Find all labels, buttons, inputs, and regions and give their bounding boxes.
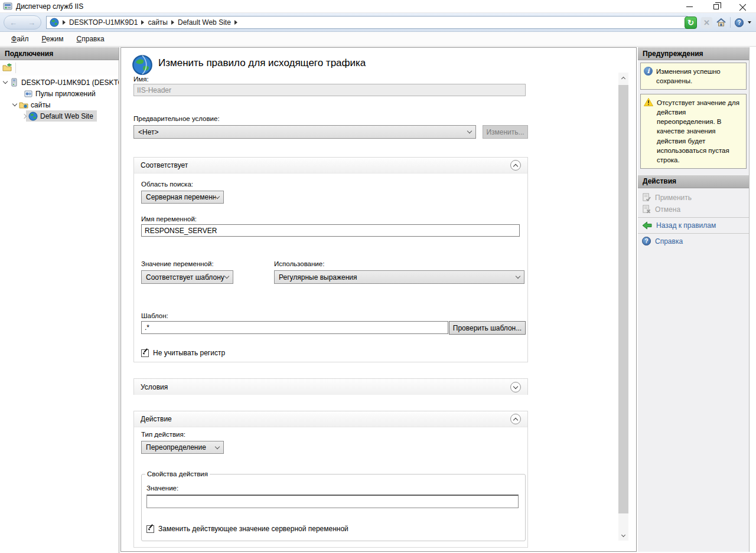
chevron-down-icon: [215, 444, 220, 449]
actions-panel: Предупреждения i Изменения успешно сохра…: [638, 47, 750, 552]
crumb-separator-icon: [141, 20, 144, 25]
tree-item-default-web-site[interactable]: Default Web Site: [0, 110, 119, 122]
collapse-section-button[interactable]: [510, 414, 521, 424]
address-bar: ← → DESKTOP-U1MK9D1 сайты Default Web Si…: [0, 13, 756, 32]
apply-label: Применить: [655, 194, 692, 202]
stop-icon: ✕: [703, 18, 710, 27]
scroll-up-button[interactable]: [618, 73, 628, 83]
alerts-header: Предупреждения: [638, 47, 749, 60]
action-section-header[interactable]: Действие: [134, 411, 527, 427]
chevron-down-icon: [215, 194, 220, 198]
server-icon: [9, 78, 19, 87]
page-globe-icon: [132, 54, 153, 76]
back-to-rules-action[interactable]: Назад к правилам: [638, 220, 749, 231]
site-globe-icon: [28, 112, 38, 121]
match-section-header[interactable]: Соответствует: [134, 158, 527, 174]
expand-section-button[interactable]: [510, 382, 521, 392]
scope-select[interactable]: Серверная переменн: [141, 191, 224, 204]
action-properties-group: Свойства действия Значение: Заменить дей…: [141, 470, 526, 541]
connections-header: Подключения: [0, 47, 119, 60]
variable-value-label: Значение переменной:: [141, 260, 214, 267]
action-type-select[interactable]: Переопределение: [141, 441, 224, 454]
using-select[interactable]: Регулярные выражения: [274, 270, 524, 284]
help-icon: ?: [642, 237, 651, 246]
menu-file[interactable]: Файл: [5, 33, 35, 45]
chevron-down-icon[interactable]: [3, 79, 8, 84]
actions-separator: [638, 217, 749, 218]
chevron-up-icon: [621, 76, 625, 80]
refresh-icon: ↻: [687, 18, 694, 27]
conditions-section-header[interactable]: Условия: [134, 379, 527, 395]
info-alert-text: Изменения успешно сохранены.: [656, 67, 743, 86]
scrollbar-thumb[interactable]: [618, 85, 628, 513]
chevron-down-icon: [224, 274, 229, 279]
menu-view[interactable]: Режим: [35, 33, 70, 45]
chevron-down-icon: [621, 532, 625, 536]
back-to-rules-label: Назад к правилам: [656, 221, 716, 230]
scope-label: Область поиска:: [141, 181, 193, 188]
ignore-case-checkbox[interactable]: Не учитывать регистр: [141, 349, 225, 357]
help-label: Справка: [655, 237, 683, 246]
precondition-select[interactable]: <Нет>: [133, 125, 476, 139]
help-icon: ?: [737, 19, 741, 26]
feature-view: Изменить правило для исходящего трафика …: [120, 47, 637, 552]
close-button[interactable]: [729, 0, 756, 13]
pattern-label: Шаблон:: [141, 312, 168, 319]
cancel-label: Отмена: [655, 205, 680, 214]
tree-item-app-pools[interactable]: Пулы приложений: [0, 88, 119, 99]
title-bar: Диспетчер служб IIS: [0, 0, 756, 13]
connections-toolbar: [0, 60, 119, 76]
crumb-separator-icon: [171, 20, 174, 25]
refresh-button[interactable]: ↻: [685, 17, 697, 29]
forward-icon[interactable]: →: [28, 19, 35, 27]
save-connection-icon[interactable]: [2, 63, 12, 73]
action-value-field[interactable]: [146, 495, 519, 508]
restore-icon: [713, 4, 719, 9]
back-arrow-icon: [642, 221, 652, 230]
crumb-server[interactable]: DESKTOP-U1MK9D1: [69, 18, 138, 27]
action-section-title: Действие: [141, 415, 172, 423]
actions-header: Действия: [638, 175, 749, 188]
scope-value: Серверная переменн: [146, 193, 216, 201]
selected-tree-item: Default Web Site: [26, 110, 97, 122]
match-section-title: Соответствует: [141, 161, 188, 169]
precondition-value: <Нет>: [138, 128, 158, 136]
pattern-field[interactable]: [141, 321, 448, 334]
crumb-site[interactable]: Default Web Site: [178, 18, 231, 27]
restore-button[interactable]: [703, 0, 729, 13]
precondition-label: Предварительное условие:: [133, 115, 220, 122]
home-icon[interactable]: [716, 18, 726, 27]
replace-value-checkbox[interactable]: Заменить действующее значение серверной …: [146, 525, 348, 533]
menu-help[interactable]: Справка: [70, 33, 111, 45]
vertical-scrollbar[interactable]: [618, 73, 628, 541]
replace-value-label: Заменить действующее значение серверной …: [158, 525, 348, 533]
chevron-down-icon: [513, 384, 518, 388]
variable-value-select[interactable]: Соответствует шаблону: [141, 270, 233, 284]
variable-value-value: Соответствует шаблону: [146, 273, 224, 282]
iis-app-icon: [3, 2, 12, 11]
minimize-button[interactable]: [676, 0, 703, 13]
chevron-up-icon: [513, 417, 518, 422]
variable-name-field[interactable]: [141, 224, 520, 237]
back-icon[interactable]: ←: [9, 19, 17, 27]
chevron-down-icon[interactable]: [12, 102, 17, 106]
apply-action: Применить: [638, 192, 749, 204]
breadcrumb[interactable]: DESKTOP-U1MK9D1 сайты Default Web Site: [46, 16, 687, 29]
tree-item-server[interactable]: DESKTOP-U1MK9D1 (DESKTOP: [0, 77, 119, 88]
tree-item-label: Default Web Site: [40, 112, 93, 120]
action-properties-title: Свойства действия: [145, 470, 210, 477]
using-value: Регулярные выражения: [279, 273, 357, 282]
scroll-down-button[interactable]: [618, 531, 628, 541]
test-pattern-button[interactable]: Проверить шаблон...: [449, 321, 526, 335]
variable-name-label: Имя переменной:: [141, 215, 197, 222]
warning-icon: [644, 98, 653, 106]
help-action[interactable]: ? Справка: [638, 235, 749, 247]
action-type-value: Переопределение: [146, 443, 206, 451]
conditions-section-title: Условия: [141, 383, 168, 391]
help-button[interactable]: ?: [735, 18, 744, 27]
crumb-sites[interactable]: сайты: [148, 18, 168, 27]
tree-item-label: Пулы приложений: [35, 90, 96, 98]
tree-item-sites[interactable]: сайты: [0, 99, 119, 110]
collapse-section-button[interactable]: [510, 160, 521, 171]
chevron-down-icon[interactable]: [748, 21, 751, 24]
